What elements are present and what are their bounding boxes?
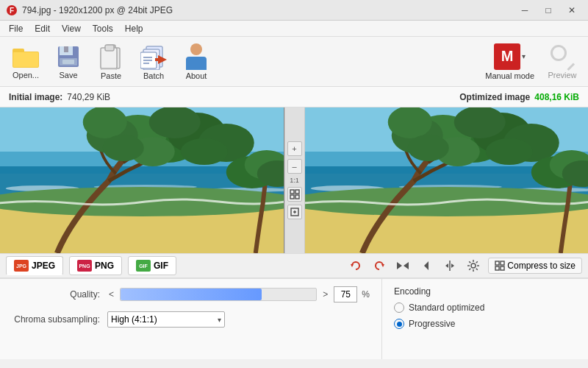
compress-icon [495, 261, 505, 271]
zoom-out-button[interactable]: – [287, 159, 302, 174]
image-info-bar: Initial image: 740,29 KiB Optimized imag… [0, 87, 588, 107]
image-area: + – 1:1 [0, 107, 588, 253]
gif-icon: GIF [136, 260, 151, 272]
svg-point-42 [149, 107, 201, 138]
paste-button[interactable]: Paste [91, 40, 131, 83]
save-icon [55, 44, 82, 69]
svg-rect-52 [295, 195, 299, 199]
minimize-button[interactable]: ─ [514, 3, 535, 18]
actual-size-button[interactable] [287, 205, 302, 219]
slider-fill [121, 289, 262, 300]
quality-value[interactable]: 75 [334, 286, 357, 302]
svg-rect-4 [13, 52, 38, 67]
svg-rect-94 [495, 261, 499, 265]
svg-point-45 [181, 138, 228, 165]
left-settings: Quality: < > 75 % Chroma subsampling: Hi… [0, 279, 382, 359]
tab-png[interactable]: PNG PNG [69, 256, 122, 275]
svg-rect-9 [62, 60, 74, 64]
encoding-settings: Encoding Standard optimized Progressive [382, 279, 588, 359]
svg-point-44 [103, 135, 144, 161]
about-label: About [186, 71, 207, 80]
about-icon [183, 43, 209, 70]
svg-rect-7 [64, 46, 68, 52]
arrow-left-button[interactable] [417, 257, 435, 275]
standard-radio[interactable] [394, 302, 404, 313]
chroma-dropdown-arrow: ▾ [218, 316, 221, 324]
quality-increase-button[interactable]: > [321, 288, 329, 301]
redo-button[interactable] [370, 257, 388, 275]
window-title: 794.jpg - 1920x1200 px @ 24bit JPEG [22, 5, 514, 15]
svg-rect-49 [290, 190, 294, 194]
chroma-value: High (4:1:1) [111, 314, 157, 325]
svg-point-41 [83, 107, 127, 138]
svg-rect-50 [295, 190, 299, 194]
tab-gif[interactable]: GIF GIF [128, 256, 176, 275]
batch-label: Batch [143, 71, 164, 80]
compress-to-size-button[interactable]: Compress to size [488, 258, 582, 274]
svg-point-75 [485, 138, 532, 165]
svg-marker-85 [351, 264, 354, 267]
menu-edit[interactable]: Edit [29, 22, 56, 35]
menu-view[interactable]: View [56, 22, 87, 35]
initial-label: Initial image: [9, 92, 62, 102]
svg-point-93 [471, 263, 476, 268]
save-button[interactable]: Save [49, 40, 88, 83]
optimized-label: Optimized image [459, 92, 530, 102]
optimized-image-panel [305, 107, 589, 253]
svg-text:JPG: JPG [16, 263, 27, 269]
chroma-select[interactable]: High (4:1:1) ▾ [107, 311, 225, 328]
menu-help[interactable]: Help [119, 22, 149, 35]
manual-mode-arrow: ▾ [522, 52, 526, 60]
png-icon: PNG [77, 260, 92, 272]
batch-button[interactable]: Batch [134, 40, 173, 83]
split-view-button[interactable] [441, 257, 459, 275]
close-button[interactable]: ✕ [562, 3, 582, 18]
svg-marker-92 [451, 263, 454, 268]
title-bar: F 794.jpg - 1920x1200 px @ 24bit JPEG ─ … [0, 0, 588, 21]
svg-point-72 [453, 107, 505, 138]
menu-tools[interactable]: Tools [87, 22, 119, 35]
standard-optimized-option[interactable]: Standard optimized [394, 302, 576, 313]
paste-label: Paste [101, 71, 121, 80]
svg-rect-21 [143, 57, 152, 58]
fit-button[interactable] [287, 187, 302, 202]
optimized-image-info: Optimized image 408,16 KiB [459, 92, 579, 102]
toolbar: Open... Save [0, 37, 588, 87]
folder-icon [12, 44, 39, 69]
quality-slider[interactable] [120, 288, 317, 301]
zoom-ratio: 1:1 [290, 177, 299, 184]
zoom-in-button[interactable]: + [287, 141, 302, 156]
paste-icon [98, 43, 124, 70]
format-tabs-bar: JPG JPEG PNG PNG GIF GIF [0, 253, 588, 278]
undo-button[interactable] [347, 257, 365, 275]
app-icon: F [6, 4, 18, 16]
maximize-button[interactable]: □ [538, 3, 559, 18]
chroma-label: Chroma subsampling: [12, 314, 100, 325]
svg-rect-17 [105, 45, 114, 51]
preview-button[interactable]: Preview [542, 40, 582, 83]
m-badge: M [494, 43, 520, 70]
settings-icon-button[interactable] [465, 257, 482, 275]
manual-mode-button[interactable]: M ▾ Manual mode [480, 40, 539, 83]
progressive-radio[interactable] [394, 319, 404, 329]
progressive-option[interactable]: Progressive [394, 319, 576, 329]
svg-point-71 [387, 107, 431, 138]
quality-decrease-button[interactable]: < [107, 288, 115, 301]
preview-icon [549, 44, 576, 69]
svg-point-74 [407, 135, 448, 161]
zoom-controls: + – 1:1 [284, 107, 305, 253]
initial-image-info: Initial image: 740,29 KiB [9, 92, 110, 102]
jpeg-icon: JPG [14, 260, 29, 272]
tab-jpeg[interactable]: JPG JPEG [6, 256, 63, 275]
open-button[interactable]: Open... [6, 40, 46, 83]
svg-text:PNG: PNG [79, 263, 90, 269]
initial-size: 740,29 KiB [67, 92, 110, 102]
optimized-size: 408,16 KiB [534, 92, 579, 102]
menu-file[interactable]: File [3, 22, 29, 35]
compress-label: Compress to size [507, 261, 576, 271]
original-image-panel [0, 107, 284, 253]
quality-row: Quality: < > 75 % [12, 286, 370, 302]
about-button[interactable]: About [176, 40, 216, 83]
svg-rect-22 [143, 60, 152, 61]
compare-button[interactable] [394, 257, 412, 275]
